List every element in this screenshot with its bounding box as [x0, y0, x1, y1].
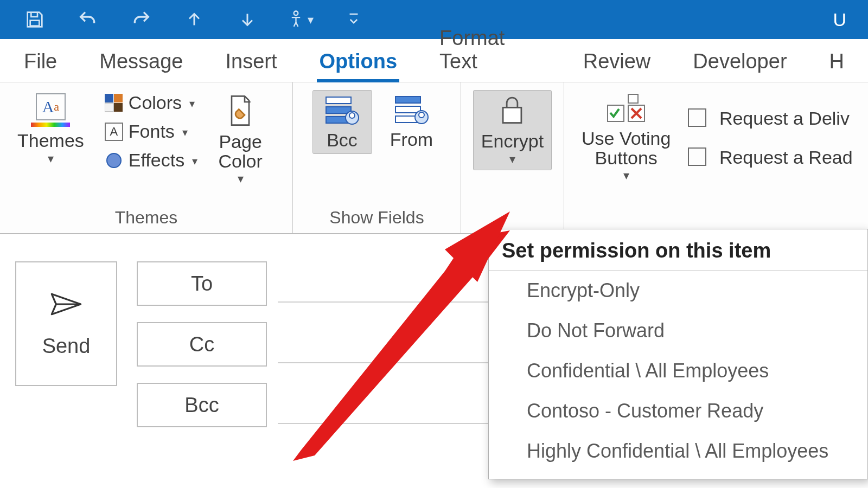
svg-rect-18: [503, 107, 522, 123]
voting-icon: [604, 93, 648, 125]
chevron-down-icon: ▾: [182, 126, 188, 139]
effects-label: Effects: [129, 150, 184, 171]
checkbox-icon: [688, 108, 706, 127]
bcc-field-button[interactable]: Bcc: [137, 383, 267, 427]
window-title-partial: U: [833, 9, 846, 30]
down-arrow-icon[interactable]: [234, 7, 260, 33]
voting-buttons-button[interactable]: Use Voting Buttons ▾: [574, 90, 678, 186]
redo-icon[interactable]: [128, 7, 154, 33]
chevron-down-icon: ▾: [509, 152, 515, 166]
chevron-down-icon: ▾: [189, 97, 195, 110]
from-button[interactable]: From: [382, 90, 442, 153]
bcc-button[interactable]: Bcc: [312, 90, 372, 154]
encrypt-dropdown-title: Set permission on this item: [489, 229, 867, 271]
page-color-button[interactable]: Page Color ▾: [210, 90, 270, 189]
ribbon-tabs: File Message Insert Options Format Text …: [0, 39, 868, 82]
from-icon: [393, 93, 430, 126]
request-read-receipt-checkbox[interactable]: Request a Read: [688, 145, 852, 168]
svg-rect-0: [30, 21, 40, 26]
themes-label: Themes: [17, 131, 84, 151]
from-label: From: [390, 130, 433, 150]
tab-message[interactable]: Message: [97, 43, 185, 82]
group-label-themes: Themes: [10, 204, 283, 233]
svg-rect-5: [105, 103, 113, 112]
tab-review[interactable]: Review: [581, 43, 653, 82]
encrypt-option-do-not-forward[interactable]: Do Not Forward: [489, 311, 867, 351]
bcc-icon: [324, 94, 361, 126]
group-themes: Aa Themes ▾ Colors ▾ A Fonts ▾: [0, 82, 293, 233]
group-label-show-fields: Show Fields: [303, 204, 451, 233]
chevron-down-icon: ▾: [623, 169, 629, 183]
tab-file[interactable]: File: [22, 43, 59, 82]
page-color-icon: [225, 93, 256, 128]
fonts-label: Fonts: [129, 121, 175, 142]
request-read-label: Request a Read: [719, 147, 853, 168]
encrypt-option-confidential-all[interactable]: Confidential \ All Employees: [489, 351, 867, 391]
svg-point-7: [107, 153, 121, 168]
colors-button[interactable]: Colors ▾: [101, 90, 201, 115]
encrypt-option-highly-confidential-all[interactable]: Highly Confidential \ All Employees: [489, 431, 867, 471]
tab-insert[interactable]: Insert: [223, 43, 279, 82]
request-delivery-label: Request a Deliv: [719, 108, 850, 129]
tab-help-partial[interactable]: H: [827, 43, 846, 82]
send-button[interactable]: Send: [15, 261, 117, 386]
send-label: Send: [42, 335, 91, 358]
undo-icon[interactable]: [75, 7, 101, 33]
ribbon: Aa Themes ▾ Colors ▾ A Fonts ▾: [0, 82, 868, 234]
send-icon: [49, 290, 84, 324]
request-delivery-receipt-checkbox[interactable]: Request a Deliv: [688, 106, 852, 129]
encrypt-label: Encrypt: [481, 132, 544, 151]
chevron-down-icon: ▾: [192, 155, 197, 168]
fonts-icon: A: [105, 123, 123, 141]
chevron-down-icon: ▾: [48, 152, 54, 166]
chevron-down-icon: ▾: [238, 172, 244, 186]
svg-point-12: [349, 113, 355, 118]
tab-developer[interactable]: Developer: [691, 43, 789, 82]
svg-rect-8: [326, 97, 351, 104]
encrypt-dropdown: Set permission on this item Encrypt-Only…: [488, 229, 868, 479]
svg-rect-3: [105, 94, 113, 102]
svg-rect-21: [628, 94, 638, 103]
themes-button[interactable]: Aa Themes ▾: [10, 90, 92, 169]
cc-button[interactable]: Cc: [137, 322, 267, 367]
fonts-button[interactable]: A Fonts ▾: [101, 119, 201, 144]
effects-icon: [105, 151, 123, 170]
accessibility-icon[interactable]: ▾: [288, 7, 314, 33]
page-color-label: Page Color: [219, 132, 263, 171]
svg-rect-14: [395, 106, 420, 113]
up-arrow-icon[interactable]: [181, 7, 207, 33]
lock-icon: [496, 94, 528, 127]
group-show-fields: Bcc From Show Fields: [293, 82, 461, 233]
svg-rect-6: [114, 103, 123, 112]
save-icon[interactable]: [22, 7, 48, 33]
svg-rect-4: [114, 94, 123, 102]
voting-label: Use Voting Buttons: [582, 129, 671, 168]
encrypt-option-contoso-customer-ready[interactable]: Contoso - Customer Ready: [489, 391, 867, 431]
tab-options[interactable]: Options: [317, 43, 399, 82]
svg-point-17: [419, 112, 424, 118]
titlebar: ▾ U: [0, 0, 868, 39]
bcc-label: Bcc: [327, 131, 358, 150]
encrypt-option-encrypt-only[interactable]: Encrypt-Only: [489, 271, 867, 311]
group-encrypt: Encrypt ▾: [461, 82, 564, 233]
group-tracking: Use Voting Buttons ▾ Request a Deliv Req…: [564, 82, 868, 233]
customize-qat-icon[interactable]: [341, 7, 367, 33]
to-button[interactable]: To: [137, 261, 267, 306]
tab-format-text[interactable]: Format Text: [437, 20, 543, 82]
checkbox-icon: [688, 147, 706, 166]
svg-rect-13: [395, 97, 420, 103]
svg-rect-9: [326, 107, 351, 113]
themes-icon: Aa: [36, 93, 66, 120]
encrypt-button[interactable]: Encrypt ▾: [473, 90, 552, 170]
colors-icon: [105, 94, 123, 112]
colors-label: Colors: [129, 92, 182, 113]
effects-button[interactable]: Effects ▾: [101, 147, 201, 173]
svg-point-1: [294, 11, 298, 16]
